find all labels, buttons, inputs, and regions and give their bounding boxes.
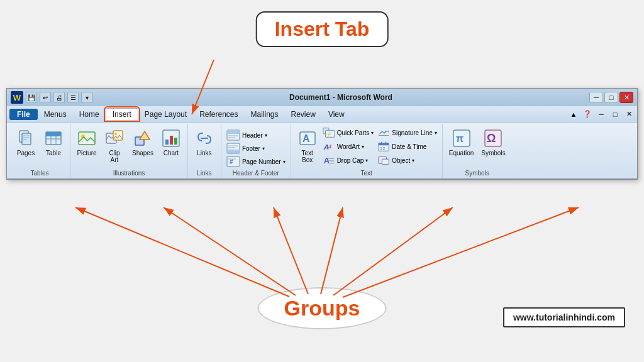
file-menu[interactable]: File xyxy=(9,109,38,120)
pages-button[interactable]: Pages xyxy=(13,126,38,159)
shapes-label: Shapes xyxy=(132,150,153,157)
window-controls: ─ □ ✕ xyxy=(589,92,633,103)
footer-button[interactable]: Footer ▾ xyxy=(225,142,287,155)
picture-button[interactable]: Picture xyxy=(74,126,99,159)
text-box-icon: A xyxy=(297,128,318,148)
mailings-menu[interactable]: Mailings xyxy=(245,109,285,120)
links-icon xyxy=(194,128,214,148)
signature-dropdown[interactable]: ▾ xyxy=(435,130,437,136)
symbol-button[interactable]: Ω Symbols xyxy=(479,126,508,159)
chart-button[interactable]: Chart xyxy=(158,126,184,159)
header-icon xyxy=(226,129,240,141)
page-number-label: Page Number xyxy=(242,158,281,165)
equation-button[interactable]: π Equation xyxy=(447,126,476,159)
website-label: www.tutorialinhindi.com xyxy=(503,307,625,327)
menus-menu[interactable]: Menus xyxy=(38,109,73,120)
minimize-button[interactable]: ─ xyxy=(589,92,603,103)
close-doc-icon[interactable]: ✕ xyxy=(623,109,635,120)
ribbon-group-tables: Pages Table Tables xyxy=(9,124,70,178)
svg-rect-10 xyxy=(79,132,95,145)
footer-dropdown[interactable]: ▾ xyxy=(262,146,265,151)
ribbon-group-text: A TextBox ⚡ Quick Parts ▾ xyxy=(291,124,443,178)
page-layout-menu[interactable]: Page Layout xyxy=(138,109,193,120)
wordart-label: WordArt xyxy=(337,143,360,150)
object-dropdown[interactable]: ▾ xyxy=(412,158,414,163)
svg-rect-46 xyxy=(379,143,389,146)
object-button[interactable]: Object ▾ xyxy=(376,154,438,167)
date-icon: 1 2 xyxy=(377,141,390,152)
review-menu[interactable]: Review xyxy=(285,109,322,120)
customize-icon[interactable]: ▾ xyxy=(81,92,92,103)
references-menu[interactable]: References xyxy=(193,109,244,120)
quick-parts-dropdown[interactable]: ▾ xyxy=(371,130,374,136)
quick-parts-label: Quick Parts xyxy=(337,129,370,136)
signature-label: Signature Line xyxy=(392,129,433,136)
quick-parts-button[interactable]: ⚡ Quick Parts ▾ xyxy=(321,126,375,139)
links-button[interactable]: Links xyxy=(192,126,217,159)
wordart-dropdown[interactable]: ▾ xyxy=(362,144,364,150)
drop-cap-dropdown[interactable]: ▾ xyxy=(365,158,368,163)
header-button[interactable]: Header ▾ xyxy=(225,129,287,141)
clip-art-icon xyxy=(104,128,125,148)
illustrations-group-label: Illustrations xyxy=(70,170,187,177)
svg-rect-19 xyxy=(170,136,173,145)
svg-rect-23 xyxy=(227,130,240,134)
text-items: A TextBox ⚡ Quick Parts ▾ xyxy=(295,126,438,168)
page-number-button[interactable]: # Page Number ▾ xyxy=(225,155,287,168)
print-preview-icon[interactable]: 🖨 xyxy=(53,92,65,103)
view-menu[interactable]: View xyxy=(322,109,351,120)
tables-items: Pages Table xyxy=(13,126,66,168)
word-icon: W xyxy=(11,91,23,104)
restore-icon[interactable]: □ xyxy=(609,109,621,120)
table-button[interactable]: Table xyxy=(41,126,66,159)
save-icon[interactable]: 💾 xyxy=(26,92,37,103)
undo-icon[interactable]: ↩ xyxy=(40,92,51,103)
help-icon[interactable]: ▲ xyxy=(568,109,579,120)
object-icon xyxy=(377,155,390,166)
drop-cap-button[interactable]: A Drop Cap ▾ xyxy=(321,154,375,167)
svg-rect-27 xyxy=(227,150,240,153)
close-button[interactable]: ✕ xyxy=(619,92,633,103)
clip-art-button[interactable]: ClipArt xyxy=(102,126,127,165)
collapse-icon[interactable]: ─ xyxy=(596,109,607,120)
header-footer-group-label: Header & Footer xyxy=(221,170,291,177)
footer-label: Footer xyxy=(242,145,260,152)
pages-icon xyxy=(16,128,36,148)
menu-bar: File Menus Home Insert Page Layout Refer… xyxy=(7,106,637,123)
symbol-icon: Ω xyxy=(483,128,503,148)
word-window: W 💾 ↩ 🖨 ☰ ▾ Document1 - Microsoft Word ─… xyxy=(6,88,638,180)
maximize-button[interactable]: □ xyxy=(604,92,618,103)
date-time-button[interactable]: 1 2 Date & Time xyxy=(376,140,438,153)
equation-icon: π xyxy=(452,128,472,148)
home-menu[interactable]: Home xyxy=(73,109,106,120)
equation-label: Equation xyxy=(449,150,474,157)
title-bar: W 💾 ↩ 🖨 ☰ ▾ Document1 - Microsoft Word ─… xyxy=(7,89,637,106)
svg-text:⚡: ⚡ xyxy=(326,132,331,137)
symbols-group-label: Symbols xyxy=(443,170,512,177)
svg-text:4: 4 xyxy=(328,143,331,150)
text-box-button[interactable]: A TextBox xyxy=(295,126,320,165)
ribbon: Pages Table Tables xyxy=(7,123,637,179)
shapes-button[interactable]: Shapes xyxy=(130,126,156,159)
clip-art-label: ClipArt xyxy=(109,150,119,163)
menu-right: ▲ ❓ ─ □ ✕ xyxy=(568,109,635,120)
list-icon[interactable]: ☰ xyxy=(67,92,79,103)
svg-marker-16 xyxy=(140,131,150,140)
svg-rect-6 xyxy=(46,132,61,136)
svg-line-58 xyxy=(75,207,289,297)
page-number-dropdown[interactable]: ▾ xyxy=(283,159,286,165)
wordart-button[interactable]: A 4 WordArt ▾ xyxy=(321,140,375,153)
ribbon-group-header-footer: Header ▾ Footer ▾ # xyxy=(221,124,291,178)
ribbon-group-links: Links Links xyxy=(188,124,221,178)
question-icon[interactable]: ❓ xyxy=(582,109,593,120)
signature-line-button[interactable]: Signature Line ▾ xyxy=(376,126,438,139)
table-label: Table xyxy=(46,150,61,157)
page-number-icon: # xyxy=(226,156,240,167)
svg-text:A: A xyxy=(303,133,310,144)
text-group-col2: Signature Line ▾ 1 2 Date & Time xyxy=(376,126,438,167)
insert-menu[interactable]: Insert xyxy=(106,108,138,120)
text-group-label: Text xyxy=(291,170,442,177)
text-group-col: ⚡ Quick Parts ▾ A 4 WordArt ▾ xyxy=(321,126,375,167)
header-dropdown[interactable]: ▾ xyxy=(265,133,267,138)
object-label: Object xyxy=(392,157,410,164)
